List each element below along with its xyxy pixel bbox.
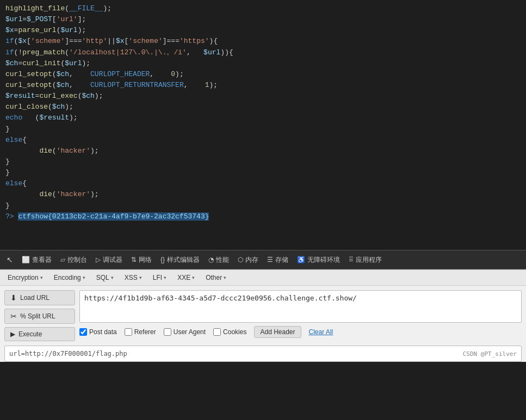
referer-checkbox-label[interactable]: Referer (125, 328, 156, 336)
debugger-icon: ▷ (96, 256, 101, 264)
useragent-checkbox[interactable] (164, 328, 171, 336)
code-line: if($x['scheme']==='http'||$x['scheme']==… (5, 36, 521, 47)
console-label: 控制台 (67, 255, 87, 265)
load-url-label: Load URL (20, 294, 49, 302)
code-line: } (5, 124, 521, 135)
load-url-icon: ⬇ (10, 293, 17, 302)
code-line: if(!preg_match('/localhost|127\.0\.|\.。/… (5, 47, 521, 58)
encoding-arrow: ▾ (83, 275, 85, 280)
memory-label: 内存 (245, 255, 258, 265)
split-url-label: % Split URL (20, 312, 55, 320)
devtools-network-btn[interactable]: ⇅ 网络 (127, 253, 156, 267)
code-line: $url=$_POST['url']; (5, 14, 521, 25)
code-line: curl_setopt($ch, CURLOPT_RETURNTRANSFER,… (5, 80, 521, 91)
hackbar-checkboxes: Post data Referer User Agent Cookies Add… (79, 326, 522, 338)
devtools-application-btn[interactable]: ⠿ 应用程序 (344, 253, 386, 267)
sql-arrow: ▾ (111, 275, 114, 280)
network-label: 网络 (139, 255, 152, 265)
encoding-label: Encoding (54, 274, 81, 281)
network-icon: ⇅ (131, 256, 137, 264)
menu-xss[interactable]: XSS ▾ (120, 272, 146, 283)
cookies-label: Cookies (223, 328, 246, 336)
code-line: highlight_file(__FILE__); (5, 3, 521, 14)
perf-icon: ◔ (208, 256, 214, 264)
inspector-label: 查看器 (32, 255, 52, 265)
code-line: else{ (5, 135, 521, 146)
xss-arrow: ▾ (139, 275, 142, 280)
code-line-highlight: ?> ctfshow{02113cb2-c21a-4af9-b7e9-2ac32… (5, 211, 521, 222)
devtools-style-btn[interactable]: {} 样式编辑器 (156, 253, 204, 267)
xxe-label: XXE (177, 274, 190, 281)
lfi-arrow: ▾ (164, 275, 166, 280)
devtools-memory-btn[interactable]: ⬡ 内存 (233, 253, 263, 267)
hackbar-postdata[interactable]: url=http://0x7F000001/flag.php CSDN @PT_… (4, 346, 522, 362)
encryption-arrow: ▾ (40, 275, 43, 280)
code-line: curl_close($ch); (5, 102, 521, 112)
perf-label: 性能 (216, 255, 229, 265)
hackbar-url-area: Post data Referer User Agent Cookies Add… (79, 290, 522, 341)
storage-icon: ☰ (267, 256, 273, 264)
referer-checkbox[interactable] (125, 328, 132, 336)
memory-icon: ⬡ (238, 256, 243, 264)
hackbar: Encryption ▾ Encoding ▾ SQL ▾ XSS ▾ LFI … (0, 269, 526, 362)
code-line: } (5, 167, 521, 178)
menu-encoding[interactable]: Encoding ▾ (49, 272, 90, 283)
postdata-checkbox-label[interactable]: Post data (79, 328, 117, 336)
devtools-toolbar: ↖ ⬜ 查看器 ▱ 控制台 ▷ 调试器 ⇅ 网络 {} 样式编辑器 ◔ 性能 ⬡… (0, 250, 526, 269)
hackbar-buttons: ⬇ Load URL ✂ % Split URL ▶ Execute (4, 290, 75, 341)
menu-encryption[interactable]: Encryption ▾ (3, 272, 47, 283)
code-line: curl_setopt($ch, CURLOPT_HEADER, 0); (5, 69, 521, 80)
application-icon: ⠿ (349, 256, 354, 264)
devtools-accessibility-btn[interactable]: ♿ 无障碍环境 (293, 253, 344, 267)
encryption-label: Encryption (8, 274, 39, 281)
useragent-label: User Agent (174, 328, 206, 336)
code-line: die('hacker'); (5, 189, 521, 200)
devtools-console-btn[interactable]: ▱ 控制台 (56, 253, 91, 267)
clear-all-button[interactable]: Clear All (309, 328, 333, 336)
other-arrow: ▾ (224, 275, 226, 280)
postdata-credit: CSDN @PT_silver (463, 350, 517, 358)
postdata-checkbox[interactable] (79, 328, 87, 336)
lfi-label: LFI (153, 274, 162, 281)
console-icon: ▱ (60, 256, 65, 264)
application-label: 应用程序 (356, 255, 382, 265)
referer-label: Referer (134, 328, 156, 336)
inspector-icon: ⬜ (22, 256, 30, 264)
devtools-cursor-btn[interactable]: ↖ (2, 253, 17, 266)
devtools-perf-btn[interactable]: ◔ 性能 (204, 253, 233, 267)
style-icon: {} (160, 256, 165, 264)
split-url-button[interactable]: ✂ % Split URL (4, 309, 75, 324)
menu-xxe[interactable]: XXE ▾ (173, 272, 199, 283)
code-line: $x=parse_url($url); (5, 25, 521, 36)
execute-icon: ▶ (10, 330, 15, 338)
cookies-checkbox[interactable] (213, 328, 221, 336)
style-label: 样式编辑器 (167, 255, 200, 265)
sql-label: SQL (96, 274, 109, 281)
other-label: Other (206, 274, 222, 281)
code-line: } (5, 156, 521, 167)
postdata-value: url=http://0x7F000001/flag.php (9, 350, 127, 358)
useragent-checkbox-label[interactable]: User Agent (164, 328, 206, 336)
xxe-arrow: ▾ (192, 275, 195, 280)
code-line: $ch=curl_init($url); (5, 58, 521, 69)
menu-sql[interactable]: SQL ▾ (92, 272, 118, 283)
devtools-inspector-btn[interactable]: ⬜ 查看器 (17, 253, 56, 267)
add-header-button[interactable]: Add Header (254, 326, 301, 338)
menu-lfi[interactable]: LFI ▾ (148, 272, 171, 283)
devtools-storage-btn[interactable]: ☰ 存储 (263, 253, 293, 267)
load-url-button[interactable]: ⬇ Load URL (4, 290, 75, 305)
menu-other[interactable]: Other ▾ (201, 272, 231, 283)
split-url-icon: ✂ (10, 312, 17, 321)
devtools-debugger-btn[interactable]: ▷ 调试器 (91, 253, 127, 267)
accessibility-icon: ♿ (297, 256, 305, 264)
code-line: die('hacker'); (5, 146, 521, 156)
code-line: } (5, 200, 521, 211)
execute-label: Execute (18, 330, 42, 338)
execute-button[interactable]: ▶ Execute (4, 327, 75, 341)
cursor-icon: ↖ (7, 255, 13, 264)
add-header-label: Add Header (260, 328, 295, 336)
hackbar-content: ⬇ Load URL ✂ % Split URL ▶ Execute Post … (0, 286, 526, 346)
code-area: highlight_file(__FILE__); $url=$_POST['u… (0, 0, 526, 250)
url-input[interactable] (79, 290, 522, 323)
cookies-checkbox-label[interactable]: Cookies (213, 328, 246, 336)
